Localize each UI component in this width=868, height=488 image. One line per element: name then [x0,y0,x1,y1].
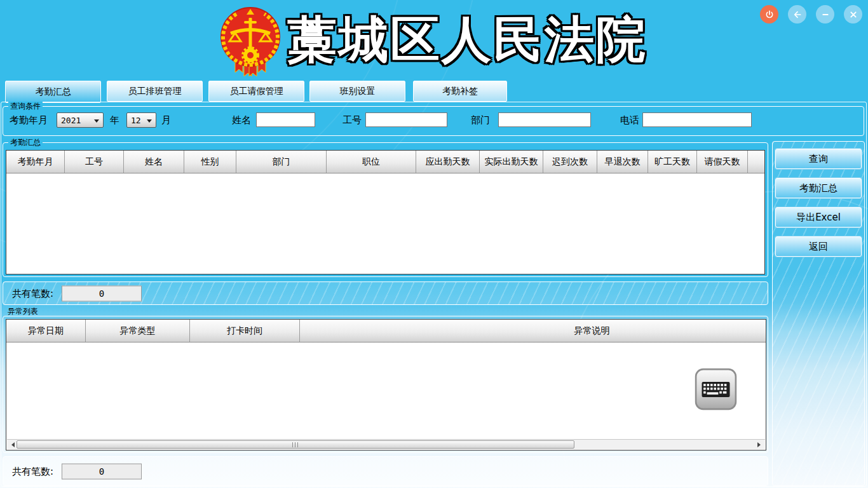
query-button[interactable]: 查询 [775,149,862,169]
column-header: 早退次数 [597,151,648,173]
exception-count-bar: 共有笔数: 0 [3,456,768,486]
phone-input[interactable] [642,112,752,127]
column-header: 异常说明 [300,320,766,342]
attendance-summary-group: 考勤汇总 考勤年月工号姓名性别部门职位应出勤天数实际出勤天数迟到次数早退次数旷工… [3,142,768,277]
tab-attendance-summary[interactable]: 考勤汇总 [5,81,101,103]
column-header: 考勤年月 [6,151,65,173]
column-header: 姓名 [124,151,184,173]
tab-label: 员工排班管理 [128,86,182,97]
column-header: 迟到次数 [543,151,597,173]
summary-table-header: 考勤年月工号姓名性别部门职位应出勤天数实际出勤天数迟到次数早退次数旷工天数请假天… [6,151,764,173]
side-button-panel: 查询 考勤汇总 导出Excel 返回 [772,141,865,486]
column-header: 打卡时间 [190,320,300,342]
attendance-summary-button-label: 考勤汇总 [799,182,837,194]
return-button-label: 返回 [809,241,828,253]
employee-id-input[interactable] [365,112,447,127]
back-button[interactable] [788,5,806,24]
attendance-summary-group-title: 考勤汇总 [8,138,43,147]
close-icon [848,10,858,20]
scroll-right-arrow[interactable] [756,440,765,449]
column-header: 旷工天数 [648,151,697,173]
minimize-icon [820,10,831,20]
virtual-keyboard-button[interactable] [695,368,737,410]
close-button[interactable] [844,5,862,24]
column-header: 工号 [65,151,124,173]
chevron-down-icon [147,119,152,125]
export-excel-button-label: 导出Excel [796,212,841,224]
query-conditions-group: 查询条件 考勤年月 2021 年 12 月 姓名 工号 部门 电话 [3,106,864,136]
department-input[interactable] [498,112,591,127]
keyboard-icon [695,368,737,410]
year-select[interactable]: 2021 [57,112,104,128]
month-unit-label: 月 [161,114,171,126]
summary-table-body [6,173,764,274]
column-header: 实际出勤天数 [480,151,543,173]
exception-table-body [6,342,766,429]
tab-label: 考勤汇总 [36,86,71,98]
court-emblem-logo [217,5,283,76]
exception-count-value: 0 [62,463,142,479]
column-header: 部门 [236,151,327,173]
summary-count-value: 0 [62,285,142,301]
back-arrow-icon [792,10,803,20]
column-header: 性别 [184,151,236,173]
column-header-filler [748,151,764,173]
employee-id-label: 工号 [342,114,362,126]
attendance-app-window: 藁城区人民法院 考勤汇总 员工排班管理 员工请假管理 班别设置 考勤补签 查询条… [0,0,868,488]
attendance-summary-table: 考勤年月工号姓名性别部门职位应出勤天数实际出勤天数迟到次数早退次数旷工天数请假天… [6,150,765,274]
column-header: 请假天数 [697,151,748,173]
scrollbar-thumb[interactable] [17,440,574,449]
year-select-value: 2021 [61,116,81,125]
department-label: 部门 [471,114,490,126]
tab-attendance-resign[interactable]: 考勤补签 [413,81,507,102]
export-excel-button[interactable]: 导出Excel [775,207,862,227]
tab-shift-management[interactable]: 员工排班管理 [107,81,203,102]
power-button[interactable] [760,5,778,24]
summary-count-bar: 共有笔数: 0 [3,281,768,305]
chevron-down-icon [94,119,99,125]
phone-label: 电话 [620,114,639,126]
page-title: 藁城区人民法院 [287,6,648,72]
year-unit-label: 年 [110,114,119,126]
column-header: 异常类型 [86,320,190,342]
tab-label: 班别设置 [340,86,376,97]
column-header: 职位 [327,151,416,173]
tab-shift-type-settings[interactable]: 班别设置 [309,81,405,102]
return-button[interactable]: 返回 [775,236,862,257]
attendance-summary-button[interactable]: 考勤汇总 [775,178,862,198]
month-select[interactable]: 12 [126,112,156,128]
exception-count-label: 共有笔数: [12,465,53,477]
tab-label: 考勤补签 [442,86,478,97]
column-header: 异常日期 [6,320,86,342]
right-triangle-icon [757,442,763,447]
tab-leave-management[interactable]: 员工请假管理 [208,81,304,102]
power-icon [764,10,775,20]
summary-count-label: 共有笔数: [12,287,53,299]
name-label: 姓名 [232,114,251,126]
name-input[interactable] [256,112,315,127]
exception-list-group: 异常日期异常类型打卡时间异常说明 [3,316,768,453]
exception-table-header: 异常日期异常类型打卡时间异常说明 [6,320,766,342]
horizontal-scrollbar [7,439,765,449]
minimize-button[interactable] [816,5,834,24]
scrollbar-grip-icon [292,442,299,447]
exception-table: 异常日期异常类型打卡时间异常说明 [6,319,766,451]
tab-label: 员工请假管理 [230,86,283,97]
query-conditions-group-title: 查询条件 [8,102,43,111]
left-triangle-icon [9,442,15,447]
query-button-label: 查询 [809,153,828,165]
scroll-left-arrow[interactable] [7,440,17,449]
attendance-month-label: 考勤年月 [10,114,48,126]
month-select-value: 12 [131,116,141,125]
column-header: 应出勤天数 [416,151,480,173]
